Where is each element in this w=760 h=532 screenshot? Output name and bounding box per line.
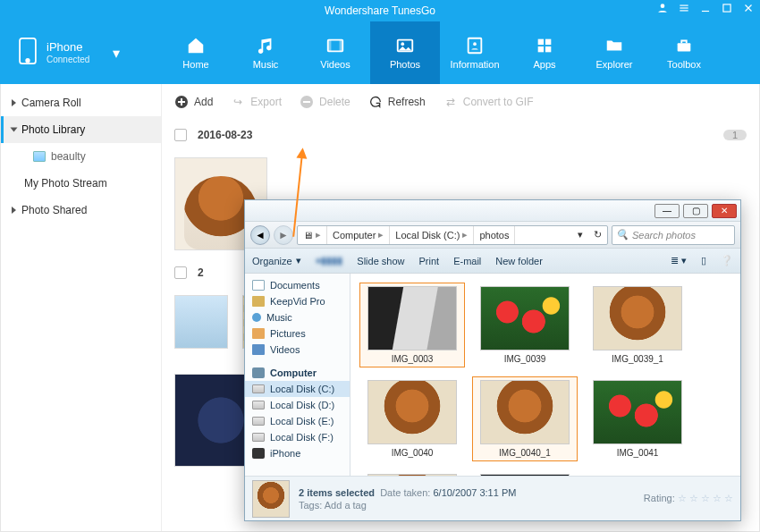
file-item[interactable]: IMG_0039_1	[585, 283, 690, 367]
checkbox[interactable]	[174, 266, 187, 279]
photo-group-header[interactable]: 2016-08-23 1	[162, 120, 759, 150]
side-label: Videos	[270, 344, 300, 355]
minimize-button[interactable]: —	[654, 204, 680, 218]
crumb-disk-c[interactable]: Local Disk (C:)▸	[390, 226, 474, 244]
maximize-icon[interactable]	[721, 2, 733, 17]
file-item[interactable]: IMG_0003	[359, 283, 465, 367]
user-icon[interactable]	[656, 2, 669, 17]
status-rating[interactable]: Rating: ☆ ☆ ☆ ☆ ☆	[644, 493, 733, 504]
minus-icon	[300, 95, 314, 109]
crumb-photos[interactable]: photos	[474, 226, 515, 244]
sidebar-item-photo-stream[interactable]: My Photo Stream	[1, 170, 161, 197]
side-pictures[interactable]: Pictures	[245, 325, 350, 342]
print-button[interactable]: Print	[419, 256, 440, 266]
forward-button[interactable]: ►	[274, 225, 293, 245]
side-disk-f[interactable]: Local Disk (F:)	[245, 429, 350, 445]
svg-rect-17	[538, 46, 544, 52]
side-computer[interactable]: Computer	[245, 365, 350, 381]
help-button[interactable]: ❔	[721, 255, 733, 266]
view-options[interactable]: ≣ ▾	[671, 255, 687, 266]
nav-photos[interactable]: Photos	[370, 21, 440, 84]
sidebar-item-photo-library[interactable]: Photo Library	[1, 116, 161, 143]
side-disk-d[interactable]: Local Disk (D:)	[245, 397, 350, 413]
side-keepvid[interactable]: KeepVid Pro	[245, 293, 350, 309]
side-label: Local Disk (E:)	[270, 416, 334, 426]
close-button[interactable]: ✕	[712, 204, 737, 218]
nav-music[interactable]: Music	[231, 21, 300, 84]
email-button[interactable]: E-mail	[453, 256, 481, 266]
nav-videos[interactable]: Videos	[300, 21, 370, 84]
refresh-button[interactable]: ↻	[588, 226, 607, 244]
crumb-icon[interactable]: 🖥▸	[298, 226, 327, 244]
file-name: IMG_0040_1	[499, 448, 551, 458]
explorer-titlebar[interactable]: — ▢ ✕	[245, 200, 740, 222]
slideshow-button[interactable]: Slide show	[357, 256, 404, 266]
svg-rect-15	[538, 39, 544, 45]
status-tags-label: Tags:	[299, 500, 322, 511]
file-item[interactable]: IMG_0040_1	[472, 376, 578, 461]
newfolder-button[interactable]: New folder	[495, 256, 543, 266]
search-icon: 🔍	[616, 229, 629, 241]
photo-thumbnail[interactable]	[174, 295, 228, 349]
side-documents[interactable]: Documents	[245, 277, 350, 293]
sidebar-item-beaulty[interactable]: beaulty	[1, 143, 161, 170]
sidebar-item-label: Photo Library	[21, 123, 85, 136]
tool-label: Organize	[252, 256, 292, 266]
search-input[interactable]: 🔍 Search photos	[612, 225, 735, 245]
side-disk-c[interactable]: Local Disk (C:)	[245, 381, 350, 397]
delete-button[interactable]: Delete	[300, 95, 350, 109]
video-icon	[252, 344, 265, 355]
breadcrumb[interactable]: 🖥▸ Computer▸ Local Disk (C:)▸ photos ▾ ↻	[297, 225, 608, 245]
sidebar-item-label: My Photo Stream	[24, 177, 107, 190]
svg-rect-1	[680, 5, 688, 6]
side-videos[interactable]: Videos	[245, 342, 350, 358]
nav-toolbox[interactable]: Toolbox	[649, 21, 719, 84]
back-button[interactable]: ◄	[250, 225, 270, 245]
nav-toolbox-label: Toolbox	[667, 59, 701, 70]
side-label: Music	[266, 312, 292, 323]
convert-gif-button[interactable]: ⇄Convert to GIF	[443, 95, 534, 109]
svg-rect-10	[340, 40, 343, 52]
tool-label: Export	[250, 96, 282, 108]
svg-rect-5	[723, 4, 730, 12]
add-button[interactable]: Add	[174, 95, 213, 109]
file-item[interactable]: IMG_0040	[359, 376, 465, 461]
close-icon[interactable]	[742, 2, 755, 17]
maximize-button[interactable]: ▢	[683, 204, 708, 218]
star-icon[interactable]: ☆ ☆ ☆ ☆ ☆	[678, 493, 733, 503]
home-icon	[184, 36, 207, 55]
tool-label: E-mail	[453, 256, 481, 266]
device-selector[interactable]: iPhone Connected ▾	[0, 21, 161, 84]
side-music[interactable]: Music	[245, 309, 350, 325]
side-disk-e[interactable]: Local Disk (E:)	[245, 413, 350, 429]
side-iphone[interactable]: iPhone	[245, 445, 350, 461]
nav-home[interactable]: Home	[161, 21, 231, 84]
export-button[interactable]: ↪Export	[231, 95, 282, 109]
nav-explorer[interactable]: Explorer	[579, 21, 649, 84]
svg-rect-9	[328, 40, 332, 52]
file-item[interactable]: IMG_0039	[472, 283, 578, 367]
minimize-icon[interactable]	[699, 2, 712, 17]
sidebar-item-camera-roll[interactable]: Camera Roll	[1, 89, 161, 116]
side-label: Local Disk (C:)	[270, 384, 334, 394]
status-tags-value[interactable]: Add a tag	[325, 500, 367, 511]
nav-information[interactable]: Information	[440, 21, 510, 84]
file-grid[interactable]: IMG_0003IMG_0039IMG_0039_1IMG_0040IMG_00…	[350, 274, 740, 476]
crumb-dropdown[interactable]: ▾	[572, 226, 588, 244]
checkbox[interactable]	[174, 129, 187, 141]
gif-icon: ⇄	[443, 95, 458, 109]
sidebar-item-label: beaulty	[51, 150, 86, 163]
side-label: Local Disk (D:)	[270, 400, 334, 410]
side-label: KeepVid Pro	[270, 296, 325, 307]
explorer-window: — ▢ ✕ ◄ ► 🖥▸ Computer▸ Local Disk (C:)▸ …	[244, 199, 741, 521]
file-thumbnail	[593, 380, 682, 444]
menu-icon[interactable]	[678, 2, 690, 17]
crumb-computer[interactable]: Computer▸	[327, 226, 390, 244]
refresh-button[interactable]: Refresh	[368, 95, 426, 109]
preview-pane-toggle[interactable]: ▯	[701, 255, 706, 266]
nav-apps[interactable]: Apps	[510, 21, 579, 84]
organize-menu[interactable]: Organize ▾	[252, 255, 301, 266]
sidebar-item-photo-shared[interactable]: Photo Shared	[1, 197, 161, 224]
file-item[interactable]: IMG_0041	[585, 376, 690, 461]
preview-button[interactable]: ●▮▮▮▮	[316, 255, 343, 266]
